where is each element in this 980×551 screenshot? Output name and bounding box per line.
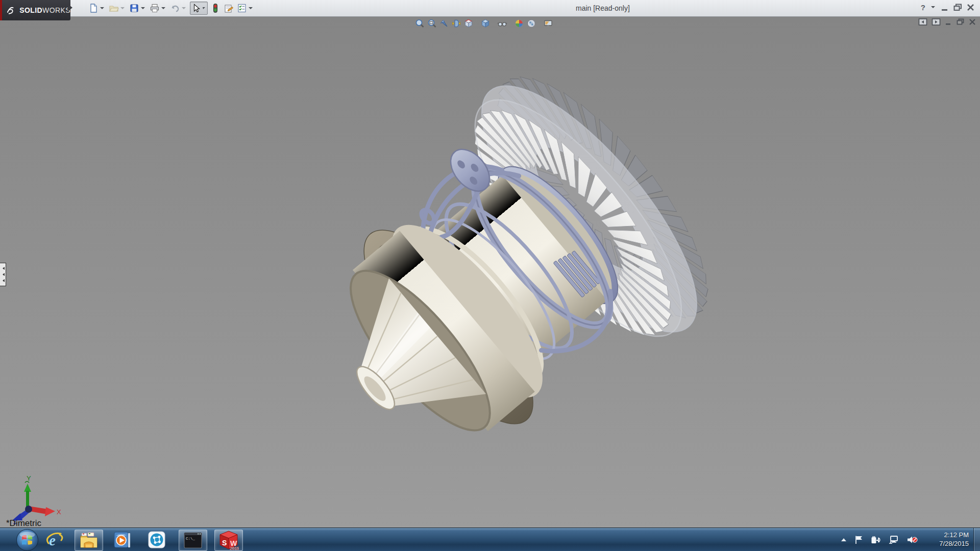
engine-3d-view[interactable] xyxy=(0,16,980,528)
orientation-triad: Y X Z xyxy=(8,473,64,524)
apply-scene-icon[interactable] xyxy=(525,17,537,30)
graphics-area[interactable]: Y X Z *Dimetric xyxy=(0,16,980,528)
dassault-3s-logo-icon xyxy=(6,6,17,15)
new-document-icon xyxy=(88,3,99,13)
open-folder-icon xyxy=(109,3,119,13)
select-dropdown-caret-icon[interactable] xyxy=(203,7,205,11)
rebuild-button[interactable] xyxy=(210,2,221,14)
start-button[interactable] xyxy=(16,529,39,551)
sw-year: 2015 xyxy=(230,546,239,550)
view-orientation-label: *Dimetric xyxy=(6,518,41,528)
engine-model[interactable] xyxy=(260,32,754,522)
solidworks-window: SOLIDWORKS xyxy=(0,0,980,551)
undo-button[interactable] xyxy=(169,2,188,14)
close-button[interactable] xyxy=(967,4,975,11)
title-bar: SOLIDWORKS xyxy=(0,0,980,17)
options-checklist-icon xyxy=(237,3,247,13)
hide-show-items-icon[interactable] xyxy=(496,17,508,30)
sw-letter-s: S xyxy=(222,539,227,547)
zoom-to-fit-icon[interactable] xyxy=(413,17,426,30)
triad-x-label: X xyxy=(57,508,61,516)
feature-manager-collapsed-tab[interactable] xyxy=(0,263,6,286)
display-style-icon[interactable] xyxy=(479,17,492,30)
power-plug-icon[interactable] xyxy=(871,535,881,544)
triad-y-label: Y xyxy=(27,474,31,482)
options-dropdown-caret-icon[interactable] xyxy=(249,7,253,11)
show-desktop-button[interactable] xyxy=(973,528,980,551)
previous-view-icon[interactable] xyxy=(438,17,450,30)
print-button[interactable] xyxy=(149,2,167,14)
options-button[interactable] xyxy=(236,2,255,14)
undo-icon xyxy=(170,3,180,13)
system-tray xyxy=(840,528,918,551)
view-orientation-icon[interactable] xyxy=(462,17,475,30)
toolbar-separator xyxy=(475,23,479,24)
view-settings-icon[interactable] xyxy=(542,17,554,30)
volume-muted-icon[interactable] xyxy=(906,535,918,544)
doc-minimize-button[interactable] xyxy=(945,18,952,26)
new-dropdown-caret-icon[interactable] xyxy=(100,7,104,11)
menu-expand-arrow-icon[interactable] xyxy=(68,4,76,11)
windows-taskbar: e xyxy=(0,528,980,551)
toolbar-separator xyxy=(537,23,542,24)
clock-time: 2:12 PM xyxy=(939,531,969,539)
select-cursor-icon xyxy=(191,3,201,13)
solidworks-logo: SOLIDWORKS xyxy=(2,0,70,20)
taskbar-clock[interactable]: 2:12 PM 7/28/2015 xyxy=(939,531,969,548)
doc-close-button[interactable] xyxy=(969,18,976,26)
logo-text: SOLIDWORKS xyxy=(19,6,70,14)
heads-up-view-toolbar xyxy=(413,17,554,30)
document-title: main [Read-only] xyxy=(576,4,630,12)
zoom-to-area-icon[interactable] xyxy=(426,17,438,30)
minimize-button[interactable] xyxy=(941,4,949,11)
clock-date: 7/28/2015 xyxy=(939,539,969,548)
select-button[interactable] xyxy=(190,2,208,15)
open-button[interactable] xyxy=(108,2,127,14)
toolbar-separator xyxy=(508,23,513,24)
save-dropdown-caret-icon[interactable] xyxy=(141,7,145,11)
toolbar-separator xyxy=(492,23,496,24)
section-view-icon[interactable] xyxy=(450,17,462,30)
taskbar-media-player[interactable] xyxy=(108,530,136,550)
document-window-controls xyxy=(918,18,976,26)
edit-appearance-icon[interactable] xyxy=(513,17,525,30)
save-floppy-icon xyxy=(129,3,139,13)
undo-dropdown-caret-icon[interactable] xyxy=(182,7,186,11)
hidden-icons-chevron[interactable] xyxy=(840,537,847,542)
network-icon[interactable] xyxy=(888,535,899,544)
taskbar-command-prompt[interactable]: C:\_ xyxy=(179,530,207,551)
window-left-icon[interactable] xyxy=(918,18,927,26)
taskbar-share-app[interactable] xyxy=(143,530,170,550)
taskbar-internet-explorer[interactable]: e xyxy=(41,530,68,550)
help-dropdown-caret-icon[interactable] xyxy=(931,6,935,10)
file-properties-button[interactable] xyxy=(223,2,234,14)
rebuild-traffic-light-icon xyxy=(210,3,220,13)
action-center-flag-icon[interactable] xyxy=(854,535,864,544)
open-dropdown-caret-icon[interactable] xyxy=(120,7,125,11)
taskbar-solidworks[interactable]: S W 2015 xyxy=(214,530,243,551)
main-toolbar xyxy=(88,1,257,15)
new-button[interactable] xyxy=(88,2,106,14)
print-dropdown-caret-icon[interactable] xyxy=(161,7,165,11)
file-properties-icon xyxy=(224,3,234,13)
titlebar-window-controls: ? xyxy=(921,3,975,12)
window-right-icon[interactable] xyxy=(932,18,941,26)
save-button[interactable] xyxy=(129,2,147,14)
help-icon[interactable]: ? xyxy=(921,3,925,12)
cmd-prompt-text: C:\_ xyxy=(186,537,195,541)
doc-restore-button[interactable] xyxy=(957,18,965,26)
ie-letter: e xyxy=(49,532,56,548)
restore-button[interactable] xyxy=(953,4,963,11)
print-icon xyxy=(150,3,160,13)
taskbar-windows-explorer[interactable] xyxy=(75,530,103,551)
